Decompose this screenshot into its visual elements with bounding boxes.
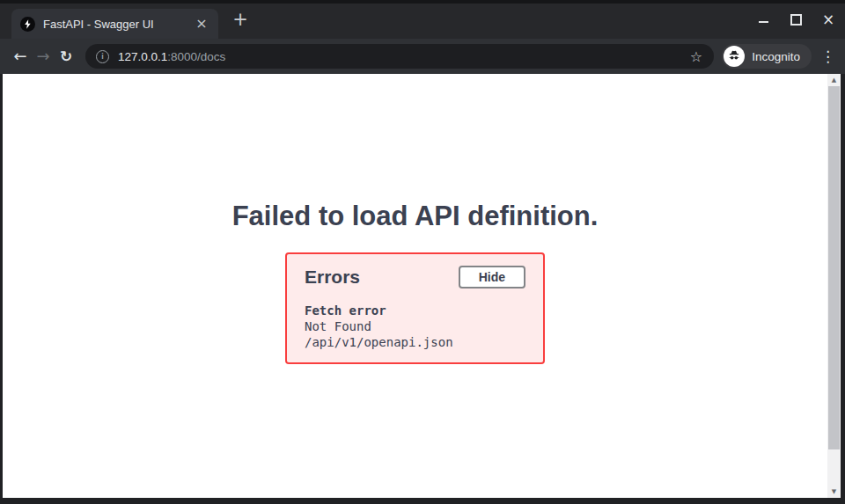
maximize-icon <box>790 14 802 26</box>
error-title: Fetch error <box>305 303 525 318</box>
scroll-down-icon[interactable]: ▼ <box>827 486 841 498</box>
browser-window: FastAPI - Swagger UI × + × ← → ↻ i 127.0… <box>0 0 845 504</box>
url-text[interactable]: 127.0.0.1:8000/docs <box>118 50 690 63</box>
window-frame-edge <box>0 0 845 4</box>
browser-menu-icon[interactable]: ⋮ <box>820 47 834 65</box>
errors-panel: Errors Hide Fetch error Not Found /api/v… <box>285 252 545 364</box>
swagger-page: Failed to load API definition. Errors Hi… <box>3 74 827 498</box>
hide-errors-button[interactable]: Hide <box>459 266 525 289</box>
window-controls: × <box>757 0 834 39</box>
tab-title: FastAPI - Swagger UI <box>43 18 186 31</box>
errors-heading: Errors <box>305 267 360 288</box>
close-window-button[interactable]: × <box>822 13 834 26</box>
maximize-button[interactable] <box>790 13 802 26</box>
incognito-badge: Incognito <box>722 44 812 69</box>
back-icon[interactable]: ← <box>9 48 32 64</box>
url-host: 127.0.0.1 <box>118 50 167 63</box>
incognito-icon <box>724 46 745 67</box>
tab-strip: FastAPI - Swagger UI × + × <box>0 0 845 39</box>
browser-tab[interactable]: FastAPI - Swagger UI × <box>11 9 218 39</box>
minimize-icon <box>759 21 768 23</box>
forward-icon[interactable]: → <box>32 48 55 64</box>
incognito-label: Incognito <box>752 50 800 63</box>
bookmark-star-icon[interactable]: ☆ <box>690 48 702 65</box>
error-item: Fetch error Not Found /api/v1/openapi.js… <box>305 303 525 350</box>
errors-panel-header: Errors Hide <box>305 266 525 289</box>
scroll-up-icon[interactable]: ▲ <box>827 74 841 86</box>
page-title: Failed to load API definition. <box>3 201 827 232</box>
scrollbar[interactable]: ▲ ▼ <box>827 74 841 498</box>
minimize-button[interactable] <box>757 13 769 26</box>
page-viewport: Failed to load API definition. Errors Hi… <box>3 74 841 498</box>
tab-close-icon[interactable]: × <box>194 16 209 32</box>
error-message: Not Found /api/v1/openapi.json <box>305 318 525 350</box>
fastapi-favicon-icon <box>20 17 35 32</box>
browser-toolbar: ← → ↻ i 127.0.0.1:8000/docs ☆ Incognito <box>0 39 845 74</box>
address-bar[interactable]: i 127.0.0.1:8000/docs ☆ <box>85 44 714 69</box>
new-tab-button[interactable]: + <box>230 10 251 31</box>
scrollbar-thumb[interactable] <box>828 86 840 449</box>
url-path: :8000/docs <box>167 50 225 63</box>
page-info-icon[interactable]: i <box>96 50 109 63</box>
reload-icon[interactable]: ↻ <box>55 48 77 64</box>
